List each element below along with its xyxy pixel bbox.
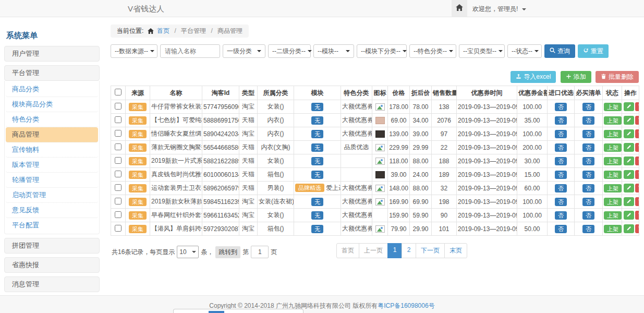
filter-select-module-sub[interactable]: --模块下分类-- bbox=[357, 44, 407, 58]
name-search-input[interactable] bbox=[160, 44, 220, 58]
row-checkbox[interactable] bbox=[115, 211, 121, 218]
row-checkbox[interactable] bbox=[115, 103, 121, 110]
sidebar-item[interactable]: 特色分类 bbox=[6, 112, 98, 127]
jump-page-input[interactable] bbox=[251, 246, 269, 258]
must-buy-badge[interactable]: 否 bbox=[582, 116, 594, 125]
import-excel-button[interactable]: 导入excel bbox=[511, 71, 556, 83]
import-select-badge[interactable]: 否 bbox=[555, 171, 567, 179]
delete-button[interactable] bbox=[635, 184, 639, 192]
must-buy-badge[interactable]: 否 bbox=[582, 198, 594, 206]
import-select-badge[interactable]: 否 bbox=[555, 157, 567, 165]
filter-select-special[interactable]: --特色分类-- bbox=[409, 44, 456, 58]
row-checkbox[interactable] bbox=[115, 130, 121, 137]
breadcrumb-home-link[interactable]: 首页 bbox=[157, 27, 169, 34]
edit-button[interactable] bbox=[624, 129, 634, 138]
row-checkbox[interactable] bbox=[115, 171, 121, 177]
status-badge[interactable]: 上架 bbox=[604, 103, 622, 111]
filter-select-module[interactable]: --模块-- bbox=[313, 44, 354, 58]
pager-button[interactable]: 2 bbox=[402, 243, 416, 258]
must-buy-badge[interactable]: 否 bbox=[582, 157, 594, 165]
sidebar-group[interactable]: 用户管理 bbox=[4, 46, 100, 62]
select-all-checkbox[interactable] bbox=[115, 89, 121, 95]
import-select-badge[interactable]: 否 bbox=[555, 184, 567, 192]
pager-button[interactable]: 1 bbox=[387, 243, 402, 258]
sidebar-group[interactable]: 消息管理 bbox=[4, 276, 100, 292]
edit-button[interactable] bbox=[624, 143, 634, 152]
edit-button[interactable] bbox=[624, 170, 634, 179]
must-buy-badge[interactable]: 否 bbox=[582, 184, 594, 192]
import-select-badge[interactable]: 否 bbox=[555, 225, 567, 233]
pager-button[interactable]: 末页 bbox=[444, 243, 467, 258]
status-badge[interactable]: 上架 bbox=[604, 116, 622, 125]
must-buy-badge[interactable]: 否 bbox=[582, 171, 594, 179]
delete-button[interactable] bbox=[635, 129, 639, 138]
delete-button[interactable] bbox=[635, 116, 639, 125]
must-buy-badge[interactable]: 否 bbox=[582, 143, 594, 152]
row-checkbox[interactable] bbox=[115, 198, 121, 204]
sidebar-item[interactable]: 版本管理 bbox=[6, 158, 98, 173]
status-badge[interactable]: 上架 bbox=[604, 171, 622, 179]
status-badge[interactable]: 上架 bbox=[604, 198, 622, 206]
edit-button[interactable] bbox=[624, 116, 634, 125]
import-select-badge[interactable]: 否 bbox=[555, 103, 567, 111]
import-select-badge[interactable]: 否 bbox=[555, 143, 567, 152]
sidebar-item[interactable]: 宣传物料 bbox=[6, 142, 98, 158]
must-buy-badge[interactable]: 否 bbox=[582, 211, 594, 220]
sidebar-item[interactable]: 轮播管理 bbox=[6, 173, 98, 188]
edit-button[interactable] bbox=[624, 156, 634, 165]
filter-select-category-1[interactable]: 一级分类 bbox=[223, 44, 265, 58]
must-buy-badge[interactable]: 否 bbox=[582, 225, 594, 233]
sidebar-item[interactable]: 模块商品分类 bbox=[6, 97, 98, 112]
status-badge[interactable]: 上架 bbox=[604, 157, 622, 165]
filter-select-category-2[interactable]: --二级分类-- bbox=[268, 44, 311, 58]
row-checkbox[interactable] bbox=[115, 157, 121, 164]
delete-button[interactable] bbox=[635, 197, 639, 206]
edit-button[interactable] bbox=[624, 102, 634, 111]
edit-button[interactable] bbox=[624, 224, 634, 233]
sidebar-item[interactable]: 商品分类 bbox=[6, 82, 98, 97]
import-select-badge[interactable]: 否 bbox=[555, 198, 567, 206]
sidebar-item[interactable]: 平台配置 bbox=[6, 218, 98, 233]
batch-delete-button[interactable]: 批量删除 bbox=[596, 71, 639, 83]
sidebar-item[interactable]: 商品管理 bbox=[6, 127, 98, 142]
user-menu[interactable]: 欢迎您，管理员! bbox=[472, 5, 526, 14]
filter-select-item-type[interactable]: --宝贝类型-- bbox=[459, 44, 505, 58]
row-checkbox[interactable] bbox=[115, 116, 121, 123]
sidebar-item[interactable]: 启动页管理 bbox=[6, 188, 98, 203]
filter-select-data-source[interactable]: --数据来源-- bbox=[111, 44, 157, 58]
status-badge[interactable]: 上架 bbox=[604, 184, 622, 192]
sidebar-group[interactable]: 平台管理 bbox=[4, 65, 100, 81]
sidebar-group[interactable]: 省惠快报 bbox=[4, 257, 100, 273]
delete-button[interactable] bbox=[635, 143, 639, 152]
delete-button[interactable] bbox=[635, 102, 639, 111]
must-buy-badge[interactable]: 否 bbox=[582, 130, 594, 138]
row-checkbox[interactable] bbox=[115, 143, 121, 150]
home-button[interactable] bbox=[452, 0, 467, 17]
icp-link[interactable]: 粤ICP备16098006号 bbox=[378, 302, 434, 309]
status-badge[interactable]: 上架 bbox=[604, 225, 622, 233]
must-buy-badge[interactable]: 否 bbox=[582, 103, 594, 111]
row-checkbox[interactable] bbox=[115, 184, 121, 191]
status-badge[interactable]: 上架 bbox=[604, 130, 622, 138]
edit-button[interactable] bbox=[624, 211, 634, 220]
status-badge[interactable]: 上架 bbox=[604, 211, 622, 220]
row-checkbox[interactable] bbox=[115, 225, 121, 232]
status-badge[interactable]: 上架 bbox=[604, 143, 622, 152]
jump-button[interactable]: 跳转到 bbox=[215, 246, 240, 258]
delete-button[interactable] bbox=[635, 156, 639, 165]
add-button[interactable]: 添加 bbox=[561, 71, 591, 83]
search-button[interactable]: 查询 bbox=[544, 44, 575, 58]
import-select-badge[interactable]: 否 bbox=[555, 116, 567, 125]
sidebar-group[interactable]: 拼团管理 bbox=[4, 238, 100, 254]
reset-button[interactable]: 重置 bbox=[578, 44, 609, 58]
delete-button[interactable] bbox=[635, 224, 639, 233]
delete-button[interactable] bbox=[635, 170, 639, 179]
edit-button[interactable] bbox=[624, 184, 634, 192]
import-select-badge[interactable]: 否 bbox=[555, 130, 567, 138]
page-size-select[interactable]: 10 bbox=[177, 246, 199, 258]
filter-select-status[interactable]: --状态-- bbox=[507, 44, 542, 58]
sidebar-item[interactable]: 意见反馈 bbox=[6, 203, 98, 218]
import-select-badge[interactable]: 否 bbox=[555, 211, 567, 220]
pager-button[interactable]: 下一页 bbox=[416, 243, 445, 258]
edit-button[interactable] bbox=[624, 197, 634, 206]
